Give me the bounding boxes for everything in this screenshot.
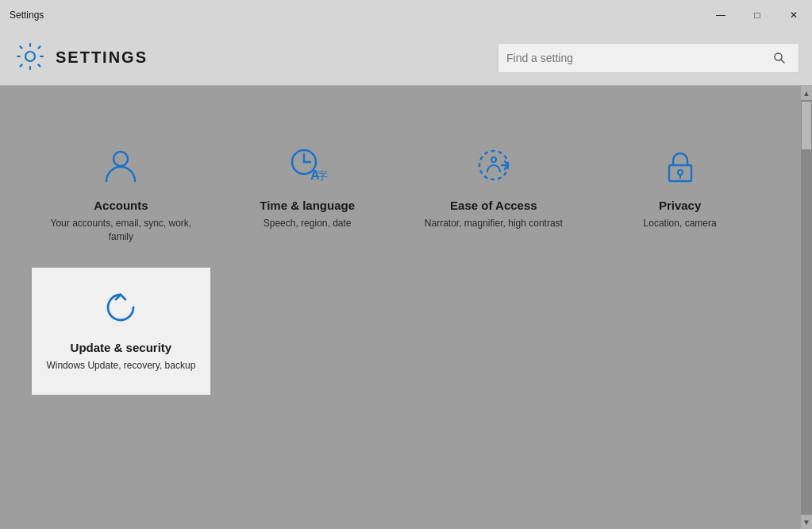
- ease-of-access-name: Ease of Access: [450, 199, 537, 212]
- tile-ease-of-access[interactable]: Ease of Access Narrator, magnifier, high…: [405, 125, 583, 260]
- search-box[interactable]: [498, 43, 799, 73]
- settings-gear-icon: [16, 42, 44, 74]
- app-header: SETTINGS: [0, 30, 812, 86]
- scrollbar-up-arrow[interactable]: ▲: [801, 86, 812, 100]
- update-security-name: Update & security: [71, 341, 172, 354]
- app-title: SETTINGS: [56, 48, 148, 67]
- ease-of-access-icon: [470, 141, 518, 189]
- search-input[interactable]: [506, 52, 768, 64]
- svg-point-9: [491, 157, 496, 162]
- update-security-desc: Windows Update, recovery, backup: [46, 359, 195, 373]
- svg-point-2: [114, 152, 128, 166]
- search-icon[interactable]: [768, 47, 791, 69]
- window-controls: — □ ✕: [702, 0, 812, 30]
- main-content: Accounts Your accounts, email, sync, wor…: [0, 86, 812, 529]
- update-security-icon: [97, 284, 144, 331]
- scrollbar-down-arrow[interactable]: ▼: [801, 515, 812, 529]
- time-language-name: Time & language: [260, 199, 355, 212]
- settings-window: Settings — □ ✕ SETTINGS: [0, 0, 812, 529]
- maximize-button[interactable]: □: [739, 0, 775, 30]
- privacy-icon: [656, 141, 704, 189]
- ease-of-access-desc: Narrator, magnifier, high contrast: [425, 217, 563, 230]
- scrollbar-thumb[interactable]: [802, 102, 811, 149]
- window-title: Settings: [10, 10, 44, 21]
- tile-time-language[interactable]: A 字 Time & language Speech, region, date: [218, 125, 397, 260]
- accounts-name: Accounts: [94, 199, 148, 212]
- close-button[interactable]: ✕: [775, 0, 812, 30]
- header-left: SETTINGS: [16, 42, 148, 74]
- tile-privacy[interactable]: Privacy Location, camera: [591, 125, 769, 260]
- tile-update-security[interactable]: Update & security Windows Update, recove…: [32, 268, 210, 395]
- time-language-icon: A 字: [283, 141, 331, 189]
- accounts-icon: [97, 141, 144, 189]
- privacy-name: Privacy: [659, 199, 701, 212]
- settings-grid-row2: Update & security Windows Update, recove…: [32, 268, 780, 395]
- scrollbar-track[interactable]: [801, 100, 812, 515]
- tile-accounts[interactable]: Accounts Your accounts, email, sync, wor…: [32, 125, 210, 260]
- minimize-button[interactable]: —: [702, 0, 739, 30]
- svg-text:字: 字: [317, 169, 328, 182]
- accounts-desc: Your accounts, email, sync, work, family: [44, 217, 198, 244]
- settings-grid-row1: Accounts Your accounts, email, sync, wor…: [32, 125, 780, 260]
- svg-line-1: [781, 60, 784, 63]
- scrollbar[interactable]: ▲ ▼: [801, 86, 812, 529]
- title-bar: Settings — □ ✕: [0, 0, 812, 30]
- time-language-desc: Speech, region, date: [264, 217, 352, 230]
- privacy-desc: Location, camera: [644, 217, 717, 230]
